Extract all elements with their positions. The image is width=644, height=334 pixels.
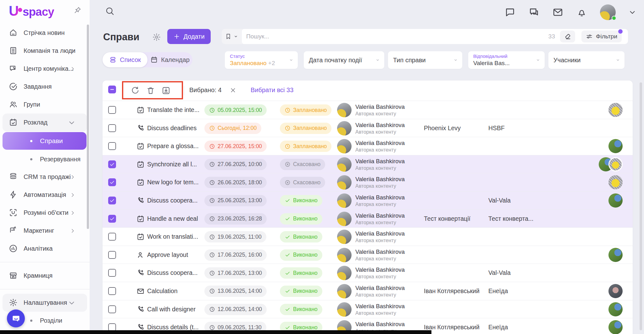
sidebar-item-marketing[interactable]: Маркетинг xyxy=(0,222,90,240)
filter-учасники[interactable]: Учасники xyxy=(548,51,625,69)
task-title: Prepare a glossa... xyxy=(147,142,207,150)
uspacy-logo[interactable]: U●spacy xyxy=(9,3,54,19)
participants-cell xyxy=(608,193,623,208)
table-row[interactable]: Calculation 13.06.2025, 14:00 Виконано V… xyxy=(103,282,633,300)
author-avatar[interactable] xyxy=(337,284,352,298)
row-checkbox[interactable] xyxy=(108,251,116,259)
row-checkbox[interactable] xyxy=(108,178,116,186)
status-badge: Виконано xyxy=(280,213,322,225)
user-avatar[interactable] xyxy=(600,4,616,20)
participant-avatar[interactable] xyxy=(608,193,623,208)
sidebar-item-automation[interactable]: Автоматизація xyxy=(0,186,90,204)
pin-sidebar-icon[interactable] xyxy=(74,6,81,14)
sidebar-item-groups[interactable]: Групи xyxy=(0,96,90,114)
table-row[interactable]: Translate the inte... 05.09.2025, 15:00 … xyxy=(103,101,633,119)
author-role: Авторка контенту xyxy=(355,129,405,135)
sidebar-item-tasks[interactable]: Завдання xyxy=(0,78,90,96)
sidebar-item-home[interactable]: Стрічка новин xyxy=(0,24,90,42)
page-settings-gear-icon[interactable] xyxy=(152,33,161,42)
bulk-sync-button[interactable] xyxy=(131,86,140,95)
sidebar-item-sub[interactable]: Справи xyxy=(3,132,86,150)
author-avatar[interactable] xyxy=(337,103,352,117)
tab-list[interactable]: Список xyxy=(103,52,147,67)
select-all-checkbox[interactable] xyxy=(108,86,116,93)
participant-avatar[interactable] xyxy=(608,302,623,316)
row-checkbox[interactable] xyxy=(108,233,116,241)
row-checkbox[interactable] xyxy=(108,215,116,223)
filter-тип-справи[interactable]: Тип справи xyxy=(388,51,462,69)
row-checkbox[interactable] xyxy=(108,142,116,150)
row-checkbox[interactable] xyxy=(108,305,116,313)
main-scrollbar[interactable] xyxy=(640,82,642,330)
table-row[interactable]: Call with designer 12.06.2025, 14:00 Вик… xyxy=(103,300,633,318)
sidebar-item-smart[interactable]: Розумні об'єкти xyxy=(0,204,90,222)
row-checkbox[interactable] xyxy=(108,197,116,204)
author-avatar[interactable] xyxy=(337,212,352,226)
participant-avatar[interactable] xyxy=(608,103,623,117)
row-checkbox[interactable] xyxy=(108,106,116,114)
bulk-export-button[interactable] xyxy=(162,86,170,95)
filter-статус[interactable]: Статус Заплановано +2 xyxy=(225,51,298,69)
author-avatar[interactable] xyxy=(337,121,352,136)
row-checkbox[interactable] xyxy=(108,269,116,277)
filter-відповідальний[interactable]: Відповідальний Valeriia Bas... xyxy=(468,51,545,69)
add-button[interactable]: Додати xyxy=(167,29,211,44)
search-input[interactable] xyxy=(246,33,545,40)
table-row[interactable]: Prepare a glossa... 27.06.2025, 15:00 За… xyxy=(103,137,633,155)
sidebar-item-sub[interactable]: Резервування xyxy=(0,150,90,168)
author-avatar[interactable] xyxy=(337,139,352,153)
row-checkbox[interactable] xyxy=(108,160,116,168)
sidebar-item-schedule[interactable]: Розклад xyxy=(3,114,87,131)
tab-calendar[interactable]: Календар xyxy=(147,52,192,67)
saved-filters-button[interactable] xyxy=(222,29,242,44)
filters-button[interactable]: Фільтри xyxy=(581,31,622,42)
table-row[interactable]: New logo for tem... 26.06.2025, 18:00 Ск… xyxy=(103,173,633,191)
table-row[interactable]: Discuss coopera... 25.06.2025, 13:00 Вик… xyxy=(103,191,633,209)
author-avatar[interactable] xyxy=(337,175,352,190)
table-row[interactable]: Discuss deadlines Сьогодні, 12:00 Заплан… xyxy=(103,119,633,137)
table-row[interactable]: Discuss coopera... 17.06.2025, 13:00 Вик… xyxy=(103,264,633,282)
participant-avatar[interactable] xyxy=(608,175,623,189)
filter-дата-початку-події[interactable]: Дата початку події xyxy=(304,51,384,69)
sidebar-item-analytics[interactable]: Аналітика xyxy=(0,240,90,258)
bulk-delete-button[interactable] xyxy=(146,86,155,95)
author-avatar[interactable] xyxy=(337,302,352,317)
author-cell: Valeriia Bashkirova Авторка контенту xyxy=(355,140,405,153)
author-avatar[interactable] xyxy=(337,193,352,208)
intercom-chat-button[interactable] xyxy=(7,309,25,327)
author-avatar[interactable] xyxy=(337,157,352,172)
group-chats-icon[interactable] xyxy=(528,7,540,18)
participant-avatar[interactable] xyxy=(608,248,623,262)
participant-avatar[interactable] xyxy=(608,157,623,171)
select-all-link[interactable]: Вибрати всі 33 xyxy=(251,86,293,94)
bell-icon[interactable] xyxy=(576,7,587,18)
sidebar-item-company[interactable]: Компанія та люди xyxy=(0,42,90,60)
table-row[interactable]: Synchronize all l... 27.06.2025, 10:00 С… xyxy=(103,155,633,173)
author-avatar[interactable] xyxy=(337,230,352,244)
clear-selection-icon[interactable] xyxy=(230,87,236,94)
clear-search-button[interactable] xyxy=(560,31,575,42)
chat-icon[interactable] xyxy=(504,7,516,18)
participants-cell xyxy=(608,103,623,117)
sidebar-item-comm[interactable]: Центр комуніка... xyxy=(0,60,90,78)
sidebar-item-settings[interactable]: Налаштування xyxy=(3,294,87,312)
calendar-check-icon xyxy=(136,215,145,223)
row-checkbox[interactable] xyxy=(108,287,116,295)
author-role: Авторка контенту xyxy=(355,256,405,262)
table-row[interactable]: Work on translati... 19.06.2025, 11:00 В… xyxy=(103,227,633,246)
profile-chevron-down-icon[interactable] xyxy=(628,7,636,18)
table-row[interactable]: Approve layout 17.06.2025, 16:00 Виконан… xyxy=(103,246,633,264)
participant-avatar[interactable] xyxy=(608,139,623,153)
participant-avatar[interactable] xyxy=(608,320,623,334)
row-checkbox[interactable] xyxy=(108,124,116,132)
author-avatar[interactable] xyxy=(337,248,352,262)
table-row[interactable]: Handle a new deal 23.06.2025, 16:28 Вико… xyxy=(103,209,633,228)
participant-avatar[interactable] xyxy=(608,284,623,298)
author-avatar[interactable] xyxy=(337,266,352,280)
status-icon xyxy=(285,198,291,203)
sidebar-item-shop[interactable]: Крамниця xyxy=(0,267,90,285)
global-search-icon[interactable] xyxy=(105,6,114,16)
sidebar-scrollbar[interactable] xyxy=(87,25,89,229)
mail-icon[interactable] xyxy=(552,7,564,18)
sidebar-item-crm[interactable]: CRM та продажі xyxy=(0,168,90,186)
